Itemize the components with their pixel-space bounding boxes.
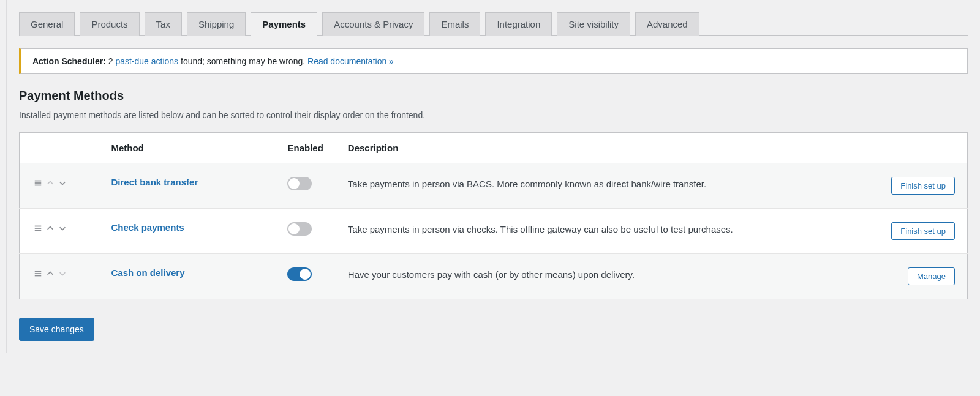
action-scheduler-notice: Action Scheduler: 2 past-due actions fou… [19, 48, 968, 74]
enabled-toggle[interactable] [287, 177, 312, 190]
method-link[interactable]: Check payments [111, 222, 184, 233]
tab-accounts-privacy[interactable]: Accounts & Privacy [322, 12, 424, 36]
method-link[interactable]: Cash on delivery [111, 267, 185, 278]
tab-advanced[interactable]: Advanced [635, 12, 699, 36]
method-action-button[interactable]: Manage [908, 267, 955, 285]
table-row: Direct bank transferTake payments in per… [20, 163, 968, 209]
col-sort [20, 133, 99, 163]
notice-docs-link[interactable]: Read documentation » [307, 56, 394, 66]
notice-prefix: Action Scheduler: [32, 56, 106, 66]
tab-shipping[interactable]: Shipping [187, 12, 246, 36]
drag-handle-icon[interactable] [32, 267, 44, 280]
method-description: Take payments in person via BACS. More c… [336, 163, 879, 209]
method-description: Have your customers pay with cash (or by… [336, 254, 879, 299]
section-title: Payment Methods [19, 89, 968, 103]
section-description: Installed payment methods are listed bel… [19, 110, 968, 120]
chevron-up-icon [44, 177, 56, 189]
table-row: Cash on deliveryHave your customers pay … [20, 254, 968, 299]
tab-tax[interactable]: Tax [145, 12, 182, 36]
tab-general[interactable]: General [19, 12, 75, 36]
tab-site-visibility[interactable]: Site visibility [557, 12, 630, 36]
tab-emails[interactable]: Emails [429, 12, 480, 36]
table-row: Check paymentsTake payments in person vi… [20, 209, 968, 254]
method-link[interactable]: Direct bank transfer [111, 177, 198, 187]
enabled-toggle[interactable] [287, 222, 312, 236]
col-enabled: Enabled [275, 133, 335, 163]
drag-handle-icon[interactable] [32, 222, 44, 234]
col-action [879, 133, 967, 163]
enabled-toggle[interactable] [287, 267, 312, 281]
tab-payments[interactable]: Payments [251, 12, 317, 36]
notice-middle: found; something may be wrong. [181, 56, 307, 66]
notice-count: 2 [108, 56, 113, 66]
method-action-button[interactable]: Finish set up [891, 222, 955, 240]
save-button[interactable]: Save changes [19, 318, 94, 341]
payment-methods-table: Method Enabled Description Direct bank t… [19, 132, 968, 299]
notice-past-due-link[interactable]: past-due actions [115, 56, 178, 66]
chevron-up-icon[interactable] [44, 267, 56, 280]
chevron-down-icon[interactable] [56, 177, 69, 189]
tab-products[interactable]: Products [80, 12, 139, 36]
col-description: Description [336, 133, 879, 163]
chevron-up-icon[interactable] [44, 222, 56, 234]
drag-handle-icon[interactable] [32, 177, 44, 189]
col-method: Method [99, 133, 276, 163]
settings-tabs: GeneralProductsTaxShippingPaymentsAccoun… [19, 0, 968, 36]
chevron-down-icon [56, 267, 69, 280]
method-description: Take payments in person via checks. This… [336, 209, 879, 254]
method-action-button[interactable]: Finish set up [891, 177, 955, 195]
tab-integration[interactable]: Integration [485, 12, 552, 36]
chevron-down-icon[interactable] [56, 222, 69, 234]
